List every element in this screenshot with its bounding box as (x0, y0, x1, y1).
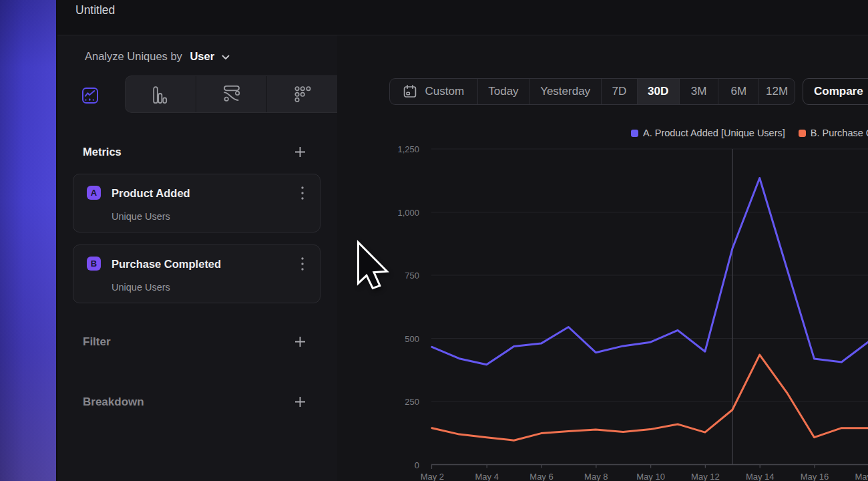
svg-text:May 4: May 4 (475, 472, 498, 481)
svg-text:May 18: May 18 (855, 472, 868, 481)
svg-text:May 8: May 8 (584, 472, 608, 481)
svg-text:500: 500 (405, 334, 419, 344)
svg-text:1,250: 1,250 (397, 144, 419, 154)
svg-text:May 14: May 14 (746, 472, 775, 481)
svg-text:May 6: May 6 (529, 472, 553, 481)
svg-text:0: 0 (415, 460, 419, 470)
svg-text:1,000: 1,000 (397, 208, 419, 218)
svg-text:May 2: May 2 (421, 472, 444, 481)
svg-text:250: 250 (405, 397, 419, 407)
svg-text:May 12: May 12 (691, 472, 720, 481)
svg-text:750: 750 (405, 271, 419, 281)
svg-text:May 16: May 16 (801, 472, 829, 481)
svg-text:May 10: May 10 (636, 472, 665, 481)
